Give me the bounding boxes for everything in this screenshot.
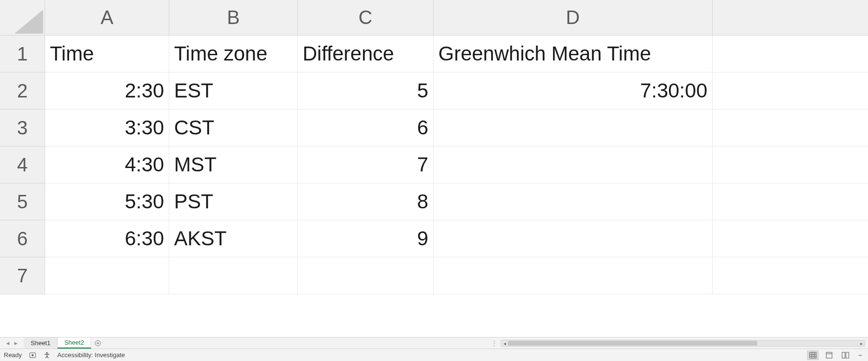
view-page-layout-button[interactable] bbox=[823, 350, 835, 360]
cell-D6[interactable] bbox=[434, 220, 713, 257]
row-header-4[interactable]: 4 bbox=[0, 146, 45, 183]
horizontal-scroll-area: ⋮ ◂ ▸ bbox=[105, 337, 868, 349]
status-bar: Ready Accessibility: Investigate − bbox=[0, 349, 868, 361]
select-all-corner[interactable] bbox=[0, 0, 45, 36]
col-header-filler bbox=[713, 0, 868, 36]
cell-B5[interactable]: PST bbox=[169, 183, 298, 220]
sheet-nav: ◂ ▸ bbox=[0, 337, 24, 349]
cell-A4[interactable]: 4:30 bbox=[45, 146, 169, 183]
grid-view-icon bbox=[809, 352, 817, 359]
row-header-3[interactable]: 3 bbox=[0, 109, 45, 146]
macro-record-icon[interactable] bbox=[29, 351, 36, 359]
sheet-nav-prev-icon[interactable]: ◂ bbox=[6, 339, 10, 347]
splitter-handle-icon[interactable]: ⋮ bbox=[491, 339, 498, 347]
cell-C4[interactable]: 7 bbox=[298, 146, 434, 183]
cell-A2[interactable]: 2:30 bbox=[45, 72, 169, 109]
status-accessibility[interactable]: Accessibility: Investigate bbox=[58, 351, 125, 359]
cell-C5[interactable]: 8 bbox=[298, 183, 434, 220]
cell-filler-7 bbox=[713, 257, 868, 294]
cell-B6[interactable]: AKST bbox=[169, 220, 298, 257]
cell-filler-6 bbox=[713, 220, 868, 257]
col-header-B[interactable]: B bbox=[169, 0, 298, 36]
add-sheet-button[interactable] bbox=[91, 337, 105, 349]
sheet-tab-1[interactable]: Sheet1 bbox=[24, 337, 58, 349]
cell-D2[interactable]: 7:30:00 bbox=[434, 72, 713, 109]
svg-point-4 bbox=[32, 354, 34, 356]
cell-B4[interactable]: MST bbox=[169, 146, 298, 183]
svg-rect-11 bbox=[826, 352, 832, 358]
cell-filler-2 bbox=[713, 72, 868, 109]
view-normal-button[interactable] bbox=[807, 350, 819, 360]
row-header-2[interactable]: 2 bbox=[0, 72, 45, 109]
horizontal-scrollbar[interactable]: ◂ ▸ bbox=[501, 340, 865, 347]
row-header-6[interactable]: 6 bbox=[0, 220, 45, 257]
plus-circle-icon bbox=[94, 340, 101, 347]
cell-A3[interactable]: 3:30 bbox=[45, 109, 169, 146]
cell-B1[interactable]: Time zone bbox=[169, 36, 298, 72]
svg-rect-14 bbox=[846, 352, 849, 358]
cell-filler-3 bbox=[713, 109, 868, 146]
horizontal-scrollbar-thumb[interactable] bbox=[508, 341, 757, 346]
cell-C7[interactable] bbox=[298, 257, 434, 294]
spreadsheet-grid: A B C D 1 Time Time zone Difference Gree… bbox=[0, 0, 868, 337]
cell-D3[interactable] bbox=[434, 109, 713, 146]
sheet-tab-2[interactable]: Sheet2 bbox=[58, 337, 91, 349]
cell-A7[interactable] bbox=[45, 257, 169, 294]
cell-A5[interactable]: 5:30 bbox=[45, 183, 169, 220]
page-break-icon bbox=[842, 352, 849, 359]
col-header-A[interactable]: A bbox=[45, 0, 169, 36]
row-header-7[interactable]: 7 bbox=[0, 257, 45, 294]
cell-filler-5 bbox=[713, 183, 868, 220]
row-header-5[interactable]: 5 bbox=[0, 183, 45, 220]
svg-rect-6 bbox=[809, 352, 816, 358]
accessibility-icon[interactable] bbox=[43, 351, 51, 359]
sheet-nav-next-icon[interactable]: ▸ bbox=[14, 339, 18, 347]
cell-C2[interactable]: 5 bbox=[298, 72, 434, 109]
sheet-tab-bar: ◂ ▸ Sheet1 Sheet2 ⋮ ◂ ▸ bbox=[0, 337, 868, 349]
cell-B3[interactable]: CST bbox=[169, 109, 298, 146]
cell-D4[interactable] bbox=[434, 146, 713, 183]
cell-filler-4 bbox=[713, 146, 868, 183]
view-page-break-button[interactable] bbox=[840, 350, 851, 360]
scroll-right-icon[interactable]: ▸ bbox=[858, 340, 865, 347]
page-layout-icon bbox=[825, 352, 833, 359]
col-header-C[interactable]: C bbox=[298, 0, 434, 36]
cell-A6[interactable]: 6:30 bbox=[45, 220, 169, 257]
cell-C6[interactable]: 9 bbox=[298, 220, 434, 257]
zoom-out-button[interactable]: − bbox=[856, 351, 864, 359]
cell-B2[interactable]: EST bbox=[169, 72, 298, 109]
cell-A1[interactable]: Time bbox=[45, 36, 169, 72]
cell-D1[interactable]: Greenwhich Mean Time bbox=[434, 36, 713, 72]
cell-filler-1 bbox=[713, 36, 868, 72]
scroll-left-icon[interactable]: ◂ bbox=[501, 340, 508, 347]
cell-B7[interactable] bbox=[169, 257, 298, 294]
row-header-1[interactable]: 1 bbox=[0, 36, 45, 72]
cell-D7[interactable] bbox=[434, 257, 713, 294]
svg-point-5 bbox=[46, 352, 47, 353]
cell-C3[interactable]: 6 bbox=[298, 109, 434, 146]
cell-D5[interactable] bbox=[434, 183, 713, 220]
cell-C1[interactable]: Difference bbox=[298, 36, 434, 72]
status-ready: Ready bbox=[4, 351, 22, 359]
col-header-D[interactable]: D bbox=[434, 0, 713, 36]
svg-rect-13 bbox=[842, 352, 845, 358]
